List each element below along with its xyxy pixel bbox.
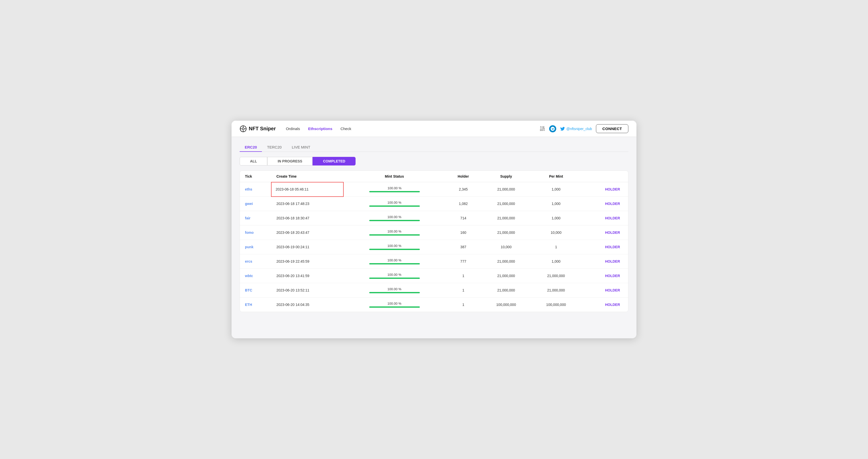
tab-terc20[interactable]: TERC20 [262,143,287,152]
tick-link[interactable]: fomo [245,231,254,235]
table-row: ercs2023-06-19 22:45:59 100.00 % 77721,0… [240,254,628,269]
action-cell: HOLDER [581,240,628,254]
supply-cell: 10,000 [481,240,531,254]
logo: NFT Sniper [240,125,276,132]
mint-status-cell: 100.00 % [343,298,445,312]
supply-cell: 21,000,000 [481,269,531,283]
twitter-link[interactable]: @nftsniper_club [560,126,592,131]
table-row: BTC2023-06-20 13:52:11 100.00 % 121,000,… [240,283,628,298]
holder-cell: 714 [445,211,481,225]
tick-link[interactable]: eths [245,187,252,191]
per-mint-cell: 10,000 [531,225,581,240]
nav-ordinals[interactable]: Ordinals [286,126,300,131]
progress-bar-bg [369,278,420,279]
tick-link[interactable]: BTC [245,288,252,292]
holder-action-link[interactable]: HOLDER [605,274,620,278]
create-time-cell: 2023-06-18 18:30:47 [271,211,343,225]
holder-action-link[interactable]: HOLDER [605,245,620,249]
holder-action-link[interactable]: HOLDER [605,231,620,235]
per-mint-cell: 1,000 [531,254,581,269]
progress-bar-bg [369,220,420,221]
create-time-cell: 2023-06-19 22:45:59 [271,254,343,269]
progress-bar-fill [369,206,420,207]
twitter-handle: @nftsniper_club [566,127,592,131]
supply-cell: 21,000,000 [481,182,531,196]
tick-link[interactable]: fair [245,216,251,220]
progress-bar-fill [369,220,420,221]
header-left: NFT Sniper Ordinals Ethscriptions Check [240,125,351,132]
progress-bar-bg [369,306,420,308]
col-supply: Supply [481,171,531,182]
filter-in-progress[interactable]: IN PROGRESS [267,157,313,165]
nav-check[interactable]: Check [340,126,351,131]
connect-button[interactable]: CONNECT [596,124,628,133]
holder-action-link[interactable]: HOLDER [605,187,620,191]
holder-action-link[interactable]: HOLDER [605,202,620,206]
data-table: Tick Create Time Mint Status Holder Supp… [240,171,628,312]
mint-status-cell: 100.00 % [343,182,445,196]
create-time-cell: 2023-06-20 13:52:11 [271,283,343,298]
holder-cell: 1 [445,269,481,283]
per-mint-cell: 1,000 [531,182,581,196]
table-row: gwei2023-06-18 17:48:23 100.00 % 1,08221… [240,196,628,211]
nav: Ordinals Ethscriptions Check [286,126,351,131]
progress-bar-fill [369,234,420,236]
create-time-cell: 2023-06-18 05:46:11 [271,182,343,196]
action-cell: HOLDER [581,269,628,283]
tick-link[interactable]: punk [245,245,253,249]
progress-bar-bg [369,263,420,265]
nav-ethscriptions[interactable]: Ethscriptions [308,126,333,131]
action-cell: HOLDER [581,225,628,240]
filter-all[interactable]: ALL [240,157,267,165]
tab-erc20[interactable]: ERC20 [240,143,262,152]
tick-link[interactable]: ETH [245,303,252,307]
create-time-cell: 2023-06-20 14:04:35 [271,298,343,312]
supply-cell: 21,000,000 [481,196,531,211]
mint-status-cell: 100.00 % [343,240,445,254]
mint-pct: 100.00 % [348,273,440,277]
progress-bar-bg [369,292,420,293]
holder-action-link[interactable]: HOLDER [605,288,620,292]
table-row: fair2023-06-18 18:30:47 100.00 % 71421,0… [240,211,628,225]
tab-live-mint[interactable]: LIVE MINT [287,143,315,152]
filter-bar: ALL IN PROGRESS COMPLETED [240,157,628,165]
action-cell: HOLDER [581,211,628,225]
action-cell: HOLDER [581,196,628,211]
col-holder: Holder [445,171,481,182]
holder-cell: 160 [445,225,481,240]
progress-bar-fill [369,278,420,279]
per-mint-cell: 1,000 [531,196,581,211]
mint-status-cell: 100.00 % [343,254,445,269]
holder-action-link[interactable]: HOLDER [605,216,620,220]
col-action [581,171,628,182]
mint-pct: 100.00 % [348,230,440,233]
mint-pct: 100.00 % [348,302,440,305]
col-tick: Tick [240,171,271,182]
mint-pct: 100.00 % [348,215,440,219]
per-mint-cell: 21,000,000 [531,283,581,298]
filter-completed[interactable]: COMPLETED [313,157,355,165]
progress-bar-bg [369,249,420,250]
holder-cell: 1,082 [445,196,481,211]
col-per-mint: Per Mint [531,171,581,182]
supply-cell: 21,000,000 [481,211,531,225]
telegram-icon[interactable] [549,125,556,132]
create-time-cell: 2023-06-18 17:48:23 [271,196,343,211]
logo-text: NFT Sniper [249,126,276,131]
supply-cell: 21,000,000 [481,225,531,240]
holder-cell: 2,345 [445,182,481,196]
progress-bar-bg [369,206,420,207]
translate-icon[interactable]: 語 [540,125,545,132]
mint-status-cell: 100.00 % [343,225,445,240]
tick-link[interactable]: ercs [245,259,252,264]
supply-cell: 100,000,000 [481,298,531,312]
tick-link[interactable]: gwei [245,202,253,206]
holder-action-link[interactable]: HOLDER [605,303,620,307]
progress-bar-bg [369,191,420,192]
tick-link[interactable]: wbtc [245,274,253,278]
header-right: 語 @nftsniper_club CONNECT [540,124,628,133]
holder-action-link[interactable]: HOLDER [605,259,620,264]
mint-pct: 100.00 % [349,186,440,190]
mint-pct: 100.00 % [348,258,440,262]
mint-status-cell: 100.00 % [343,196,445,211]
